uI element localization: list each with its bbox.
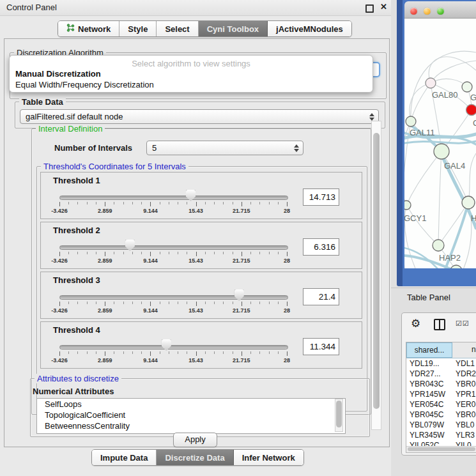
slider-tick-label: 2.859 bbox=[86, 257, 124, 264]
slider-track[interactable] bbox=[59, 196, 288, 200]
table-row[interactable]: YDL19...YDL1 bbox=[406, 358, 476, 369]
cell-name[interactable]: YDL1 bbox=[452, 358, 476, 369]
node-label-gal11: GAL11 bbox=[410, 128, 435, 137]
split-columns-icon[interactable] bbox=[434, 319, 445, 330]
cell-shared-name[interactable]: YBL079W bbox=[406, 420, 452, 430]
slider-tick-label: 15.43 bbox=[177, 208, 215, 214]
table-header: shared... na bbox=[406, 342, 476, 358]
cell-shared-name[interactable]: YER054C bbox=[406, 399, 452, 410]
cell-name[interactable]: YPR1 bbox=[452, 389, 476, 399]
node-gcy1[interactable] bbox=[404, 201, 411, 210]
node-label-gal4: GAL4 bbox=[444, 161, 465, 171]
node-gal11[interactable] bbox=[406, 116, 416, 127]
number-of-intervals-combobox[interactable]: 5 bbox=[146, 141, 303, 155]
cell-shared-name[interactable]: YPR145W bbox=[406, 389, 452, 399]
column-header-shared-name[interactable]: shared... bbox=[406, 342, 452, 358]
network-canvas[interactable]: GAL80GCGAL11GAL4GCY1HHAP2 bbox=[404, 19, 476, 268]
cell-name[interactable]: YDR2 bbox=[452, 369, 476, 379]
list-item-betweennesscentrality[interactable]: BetweennessCentrality bbox=[37, 420, 345, 431]
tab-impute-data[interactable]: Impute Data bbox=[92, 450, 157, 465]
table-row[interactable]: YER054CYER0 bbox=[406, 399, 476, 410]
slider-tick-label: 28 bbox=[268, 357, 306, 364]
slider-major-ticks bbox=[59, 202, 288, 206]
node-clipped-bottom-node[interactable] bbox=[450, 265, 462, 268]
tab-infer-network[interactable]: Infer Network bbox=[234, 450, 303, 465]
numerical-attributes-label: Numerical Attributes bbox=[33, 387, 114, 396]
panel-scrollbar[interactable] bbox=[371, 121, 381, 430]
tab-network[interactable]: Network bbox=[58, 21, 119, 36]
node-green-node-top[interactable] bbox=[462, 82, 472, 92]
tab-jactivemnodules[interactable]: jActiveMNodules bbox=[268, 21, 351, 36]
close-icon[interactable]: ✕ bbox=[380, 2, 387, 12]
spinner-icon bbox=[369, 112, 374, 121]
thresholds-group-title: Threshold's Coordinates for 5 Intervals bbox=[41, 162, 188, 171]
slider-tick-label: 28 bbox=[268, 257, 306, 264]
node-table: shared... na YDL19...YDL1YDR27...YDR2YBR… bbox=[406, 342, 476, 453]
cell-shared-name[interactable]: YDR27... bbox=[406, 369, 452, 379]
control-panel-titlebar: Control Panel ✕ bbox=[0, 0, 391, 16]
threshold-value-field[interactable]: 6.316 bbox=[303, 238, 339, 256]
list-item-selfloops[interactable]: SelfLoops bbox=[37, 399, 345, 410]
node-node-h[interactable] bbox=[462, 196, 475, 209]
tab-select[interactable]: Select bbox=[157, 21, 198, 36]
float-window-icon[interactable] bbox=[365, 4, 374, 13]
tab-style[interactable]: Style bbox=[119, 21, 157, 36]
cell-name[interactable]: YBL0 bbox=[452, 420, 476, 430]
cell-name[interactable]: YER0 bbox=[452, 399, 476, 410]
select-all-checkboxes-icon[interactable]: ☑☑ bbox=[456, 319, 470, 328]
scrollbar-thumb[interactable] bbox=[408, 447, 475, 451]
apply-button[interactable]: Apply bbox=[173, 433, 217, 447]
scrollbar-thumb[interactable] bbox=[373, 133, 380, 409]
node-hap2[interactable] bbox=[433, 240, 444, 251]
tab-label: Impute Data bbox=[100, 453, 148, 463]
numerical-attributes-list: SelfLoopsTopologicalCoefficientBetweenne… bbox=[36, 398, 346, 434]
slider-tick-label: 2.859 bbox=[86, 357, 124, 364]
table-row[interactable]: YDR27...YDR2 bbox=[406, 369, 476, 379]
node-gal4[interactable] bbox=[434, 144, 449, 159]
tab-cyni-toolbox[interactable]: Cyni Toolbox bbox=[199, 21, 268, 36]
slider-track[interactable] bbox=[59, 295, 288, 300]
gear-icon[interactable]: ⚙ bbox=[411, 317, 420, 330]
cell-shared-name[interactable]: YBR043C bbox=[406, 379, 452, 389]
tab-discretize-data[interactable]: Discretize Data bbox=[157, 450, 233, 465]
cell-shared-name[interactable]: YLR345W bbox=[406, 430, 452, 440]
slider-tick-label: 9.144 bbox=[131, 208, 169, 214]
attributes-list-scrollbar[interactable] bbox=[335, 399, 343, 432]
window-zoom-button[interactable] bbox=[437, 8, 444, 15]
screen: Control Panel ✕ NetworkStyleSelectCyni T… bbox=[0, 0, 476, 476]
cell-shared-name[interactable]: YBR045C bbox=[406, 410, 452, 420]
table-row[interactable]: YBR043CYBR0 bbox=[406, 379, 476, 389]
table-horizontal-scrollbar[interactable] bbox=[406, 446, 476, 452]
cyni-toolbox-panel: Discretization Algorithm Select algorith… bbox=[4, 38, 390, 447]
cell-name[interactable]: YLR3 bbox=[452, 430, 476, 440]
table-data-title: Table Data bbox=[19, 97, 66, 107]
slider-track[interactable] bbox=[59, 245, 288, 250]
threshold-value-field[interactable]: 21.4 bbox=[303, 288, 339, 305]
slider-tick-label: 15.43 bbox=[177, 307, 215, 314]
table-row[interactable]: YLR345WYLR3 bbox=[406, 430, 476, 440]
slider-tick-label: 2.859 bbox=[86, 208, 124, 214]
node-label-gal80: GAL80 bbox=[432, 90, 457, 100]
slider-tick-label: 15.43 bbox=[177, 257, 215, 264]
algorithm-option-manual[interactable]: Manual Discretization bbox=[10, 68, 372, 79]
cell-shared-name[interactable]: YDL19... bbox=[406, 358, 452, 369]
tab-label: Network bbox=[78, 24, 111, 34]
table-row[interactable]: YBL079WYBL0 bbox=[406, 420, 476, 430]
window-close-button[interactable] bbox=[410, 8, 417, 15]
slider-track[interactable] bbox=[59, 345, 288, 349]
threshold-value-field[interactable]: 14.713 bbox=[303, 188, 339, 206]
threshold-value-field[interactable]: 11.344 bbox=[303, 338, 339, 355]
cell-name[interactable]: YBR0 bbox=[452, 379, 476, 389]
table-row[interactable]: YPR145WYPR1 bbox=[406, 389, 476, 399]
scrollbar-thumb[interactable] bbox=[336, 401, 342, 427]
cell-name[interactable]: YBR0 bbox=[452, 410, 476, 420]
node-gal80[interactable] bbox=[426, 78, 436, 88]
column-header-name[interactable]: na bbox=[452, 342, 476, 358]
algorithm-option-equal-width[interactable]: Equal Width/Frequency Discretization bbox=[10, 79, 372, 90]
node-red-node[interactable] bbox=[466, 105, 476, 116]
list-item-topologicalcoefficient[interactable]: TopologicalCoefficient bbox=[37, 410, 345, 420]
slider-tick-label: 21.715 bbox=[222, 208, 261, 214]
table-data-combobox[interactable]: galFiltered.sif default node bbox=[20, 109, 379, 124]
table-row[interactable]: YBR045CYBR0 bbox=[406, 410, 476, 420]
window-minimize-button[interactable] bbox=[424, 8, 431, 15]
